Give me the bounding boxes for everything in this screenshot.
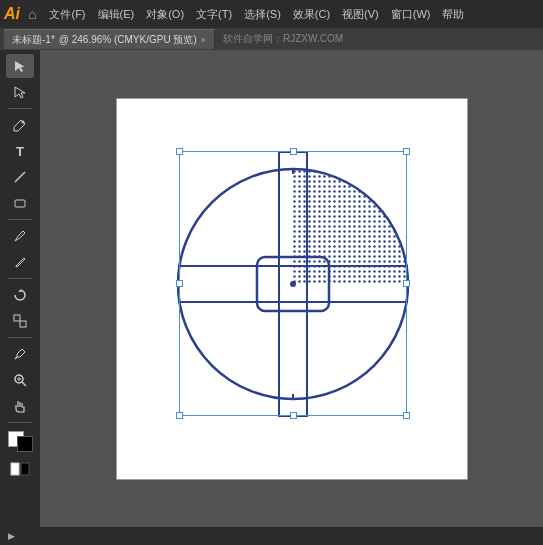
eyedropper-tool[interactable] [6, 342, 34, 366]
menu-view[interactable]: 视图(V) [337, 5, 384, 24]
paintbrush-tool[interactable] [6, 224, 34, 248]
type-tool[interactable]: T [6, 139, 34, 163]
tab-close-btn[interactable]: × [201, 35, 206, 45]
menu-type[interactable]: 文字(T) [191, 5, 237, 24]
canvas-area[interactable] [40, 50, 543, 527]
menu-effect[interactable]: 效果(C) [288, 5, 335, 24]
selection-tool[interactable] [6, 54, 34, 78]
hand-tool[interactable] [6, 394, 34, 418]
svg-rect-10 [11, 463, 19, 475]
line-tool[interactable] [6, 165, 34, 189]
menu-file[interactable]: 文件(F) [44, 5, 90, 24]
illustration [177, 149, 409, 419]
main-area: T [0, 50, 543, 527]
color-swatch[interactable] [6, 429, 34, 453]
svg-point-17 [290, 281, 296, 287]
tab-zoom-info: @ 246.96% (CMYK/GPU 预览) [59, 33, 197, 47]
watermark-text: 软件自学网：RJZXW.COM [223, 32, 343, 46]
svg-rect-2 [15, 200, 25, 207]
svg-line-5 [15, 357, 17, 359]
separator-1 [8, 108, 32, 109]
artboard [117, 99, 467, 479]
menu-bar: Ai ⌂ 文件(F) 编辑(E) 对象(O) 文字(T) 选择(S) 效果(C)… [0, 0, 543, 28]
menu-help[interactable]: 帮助 [437, 5, 469, 24]
tab-title: 未标题-1* [12, 33, 55, 47]
scale-tool[interactable] [6, 309, 34, 333]
home-icon[interactable]: ⌂ [28, 6, 36, 22]
svg-line-1 [15, 172, 25, 182]
svg-rect-11 [21, 463, 29, 475]
menu-window[interactable]: 窗口(W) [386, 5, 436, 24]
menu-items: 文件(F) 编辑(E) 对象(O) 文字(T) 选择(S) 效果(C) 视图(V… [44, 5, 469, 24]
toolbar: T [0, 50, 40, 527]
separator-2 [8, 219, 32, 220]
pen-tool[interactable] [6, 113, 34, 137]
background-color[interactable] [17, 436, 33, 452]
status-bar: ▶ [0, 527, 543, 545]
svg-point-0 [22, 121, 25, 124]
separator-3 [8, 278, 32, 279]
rotate-tool[interactable] [6, 283, 34, 307]
shape-tool[interactable] [6, 191, 34, 215]
zoom-tool[interactable] [6, 368, 34, 392]
svg-rect-3 [14, 315, 20, 321]
screen-mode[interactable] [6, 457, 34, 481]
svg-rect-4 [20, 321, 26, 327]
menu-edit[interactable]: 编辑(E) [93, 5, 140, 24]
separator-4 [8, 337, 32, 338]
svg-line-7 [22, 382, 26, 386]
menu-object[interactable]: 对象(O) [141, 5, 189, 24]
separator-5 [8, 422, 32, 423]
pencil-tool[interactable] [6, 250, 34, 274]
direct-selection-tool[interactable] [6, 80, 34, 104]
document-tab[interactable]: 未标题-1* @ 246.96% (CMYK/GPU 预览) × [4, 29, 215, 49]
tab-bar: 未标题-1* @ 246.96% (CMYK/GPU 预览) × 软件自学网：R… [0, 28, 543, 50]
app-logo: Ai [4, 5, 20, 23]
menu-select[interactable]: 选择(S) [239, 5, 286, 24]
status-text: ▶ [8, 531, 15, 541]
